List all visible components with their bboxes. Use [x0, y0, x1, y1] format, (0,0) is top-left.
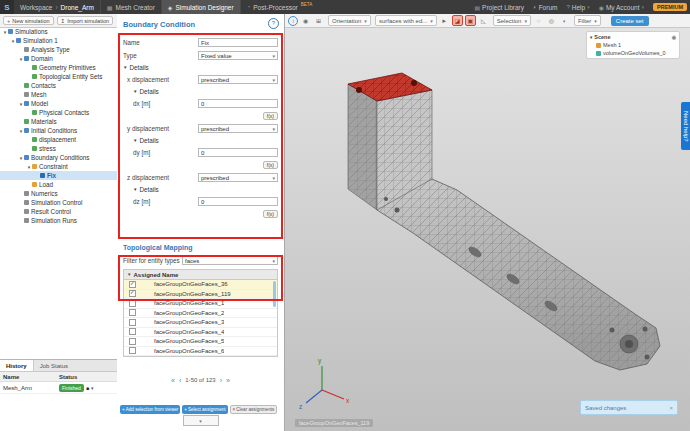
tree-item[interactable]: Simulations [0, 27, 117, 36]
tab-mesh-creator[interactable]: ▦ Mesh Creator [100, 0, 161, 14]
fx-button[interactable]: f(x) [263, 112, 278, 120]
fx-button[interactable]: f(x) [263, 210, 278, 218]
select-assignment-button[interactable]: + Select assignment [182, 405, 227, 414]
table-scrollbar[interactable] [273, 281, 276, 307]
tree-item[interactable]: Domain [0, 54, 117, 63]
help-icon[interactable]: ? [268, 18, 279, 29]
new-simulation-button[interactable]: + New simulation [3, 16, 54, 25]
assignment-row[interactable]: faceGroupOnGeoFaces_119 [124, 290, 277, 300]
dz-input[interactable] [198, 197, 278, 206]
tree-item[interactable]: Materials [0, 117, 117, 126]
tree-item[interactable]: Result Control [0, 207, 117, 216]
tree-item[interactable]: Initial Conditions [0, 126, 117, 135]
fit-view-icon[interactable]: ⊞ [313, 15, 324, 26]
assigned-checkbox[interactable] [129, 338, 136, 345]
account-menu[interactable]: ◉ My Account ▾ [599, 4, 644, 11]
scene-item[interactable]: volumeOnGeoVolumes_0 [587, 49, 679, 57]
simscale-logo[interactable]: S [0, 0, 14, 14]
history-row[interactable]: Mesh_Arm Finished [0, 382, 117, 394]
assigned-checkbox[interactable] [129, 347, 136, 354]
fx-button[interactable]: f(x) [263, 161, 278, 169]
hide-icon[interactable]: ◌ [533, 15, 544, 26]
scene-item[interactable]: Mesh 1 [587, 41, 679, 49]
tree-item[interactable]: Geometry Primitives [0, 63, 117, 72]
invert-selection-icon[interactable]: ◐ [559, 15, 570, 26]
face-select-icon[interactable]: ◪ [452, 15, 463, 26]
assignment-row[interactable]: faceGroupOnGeoFaces_36 [124, 280, 277, 290]
x-displacement-select[interactable]: prescribed ▾ [198, 75, 278, 84]
project-library-link[interactable]: ▤ Project Library [474, 4, 524, 11]
orientation-dropdown[interactable]: Orientation ▾ [328, 15, 371, 26]
prev-page-icon[interactable]: ‹ [179, 377, 181, 384]
tree-item[interactable]: Constraint [0, 162, 117, 171]
tree-item[interactable]: Topological Entity Sets [0, 72, 117, 81]
details-toggle[interactable]: ▼ Details [127, 186, 278, 193]
clear-assignments-button[interactable]: × Clear assignments [230, 405, 278, 414]
filter-dropdown[interactable]: Filter ▾ [574, 15, 601, 26]
next-page-icon[interactable]: › [220, 377, 222, 384]
dy-input[interactable] [198, 148, 278, 157]
workspace-link[interactable]: Workspace [20, 4, 52, 11]
assigned-checkbox[interactable] [129, 281, 136, 288]
close-icon[interactable]: × [669, 405, 673, 411]
tree-item[interactable]: Analysis Type [0, 45, 117, 54]
tree-item[interactable]: Simulation Control [0, 198, 117, 207]
need-help-tab[interactable]: Need help? [681, 102, 690, 150]
import-simulation-button[interactable]: ↥ Import simulation [57, 16, 114, 25]
assigned-checkbox[interactable] [129, 300, 136, 307]
screenshot-icon[interactable]: ◉ [300, 15, 311, 26]
z-displacement-select[interactable]: prescribed ▾ [198, 173, 278, 182]
assigned-checkbox[interactable] [129, 328, 136, 335]
edge-select-icon[interactable]: ◺ [478, 15, 489, 26]
assigned-checkbox[interactable] [129, 309, 136, 316]
assigned-checkbox[interactable] [129, 319, 136, 326]
tree-item[interactable]: Mesh [0, 90, 117, 99]
assignment-row[interactable]: faceGroupOnGeoFaces_1 [124, 299, 277, 309]
assignment-row[interactable]: faceGroupOnGeoFaces_5 [124, 337, 277, 347]
drone-arm-mesh[interactable] [348, 73, 660, 370]
tree-item[interactable]: Contacts [0, 81, 117, 90]
more-options-dropdown[interactable]: ▾ [183, 415, 219, 426]
job-action-icon[interactable] [86, 385, 89, 391]
type-select[interactable]: Fixed value ▾ [198, 51, 278, 60]
assigned-checkbox[interactable] [129, 290, 136, 297]
scene-tree-root[interactable]: ▾ Scene ◉ [587, 33, 679, 41]
tree-item[interactable]: Model [0, 99, 117, 108]
selection-dropdown[interactable]: Selection ▾ [493, 15, 531, 26]
job-menu-icon[interactable] [91, 385, 94, 391]
help-menu[interactable]: ? Help ▾ [566, 4, 589, 11]
assignment-row[interactable]: faceGroupOnGeoFaces_3 [124, 318, 277, 328]
tree-item[interactable]: Boundary Conditions [0, 153, 117, 162]
tree-item[interactable]: Fix [0, 171, 117, 180]
details-toggle[interactable]: ▼ Details [127, 88, 278, 95]
render-mode-dropdown[interactable]: surfaces with ed... ▾ [375, 15, 437, 26]
details-toggle[interactable]: ▼ Details [123, 64, 278, 71]
name-input[interactable] [198, 38, 278, 47]
tab-simulation-designer[interactable]: ◈ Simulation Designer [161, 0, 240, 14]
tree-item[interactable]: Numerics [0, 189, 117, 198]
tree-item[interactable]: Simulation 1 [0, 36, 117, 45]
add-selection-button[interactable]: + Add selection from viewer [120, 405, 180, 414]
first-page-icon[interactable]: « [171, 377, 175, 384]
tree-item[interactable]: displacement [0, 135, 117, 144]
tree-item[interactable]: Load [0, 180, 117, 189]
sort-icon[interactable]: ▼ [127, 272, 131, 277]
tree-item[interactable]: Physical Contacts [0, 108, 117, 117]
mesh-canvas[interactable]: y x z [285, 27, 690, 431]
tab-job-status[interactable]: Job Status [34, 360, 74, 371]
project-name[interactable]: Drone_Arm [61, 4, 94, 11]
viewport-3d[interactable]: y x z ▾ Scene ◉ Mesh 1 [285, 27, 690, 431]
forum-link[interactable]: ◗ Forum [533, 4, 557, 11]
volume-select-icon[interactable]: ▣ [465, 15, 476, 26]
assignment-row[interactable]: faceGroupOnGeoFaces_6 [124, 347, 277, 357]
info-icon[interactable]: i [288, 16, 298, 26]
y-displacement-select[interactable]: prescribed ▾ [198, 124, 278, 133]
create-set-button[interactable]: Create set [611, 16, 649, 26]
tree-item[interactable]: Simulation Runs [0, 216, 117, 225]
eye-icon[interactable]: ◉ [672, 34, 676, 40]
dx-input[interactable] [198, 99, 278, 108]
assignment-row[interactable]: faceGroupOnGeoFaces_2 [124, 309, 277, 319]
premium-badge[interactable]: PREMIUM [653, 3, 687, 11]
tab-post-processor[interactable]: ◔ Post-Processor BETA [240, 0, 318, 14]
cursor-select-icon[interactable]: ► [439, 15, 450, 26]
